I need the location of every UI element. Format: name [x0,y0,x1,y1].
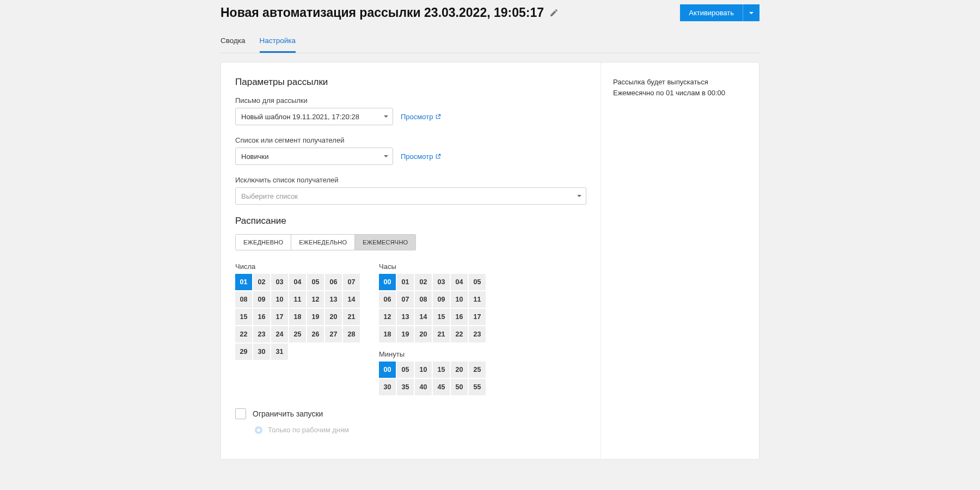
day-cell-07[interactable]: 07 [343,274,360,290]
exclude-label: Исключить список получателей [235,176,586,184]
hour-cell-00[interactable]: 00 [379,274,396,290]
hour-cell-12[interactable]: 12 [379,309,396,325]
schedule-tab-weekly[interactable]: ЕЖЕНЕДЕЛЬНО [291,235,355,250]
day-cell-02[interactable]: 02 [253,274,270,290]
day-cell-03[interactable]: 03 [271,274,288,290]
day-cell-11[interactable]: 11 [289,291,306,308]
hour-cell-22[interactable]: 22 [451,326,468,342]
day-cell-23[interactable]: 23 [253,326,270,342]
params-heading: Параметры рассылки [235,77,586,88]
day-cell-17[interactable]: 17 [271,309,288,325]
minute-cell-10[interactable]: 10 [415,362,432,378]
hour-cell-10[interactable]: 10 [451,291,468,308]
day-cell-29[interactable]: 29 [235,344,252,360]
hour-cell-23[interactable]: 23 [469,326,486,342]
hours-label: Часы [379,262,489,271]
hour-cell-14[interactable]: 14 [415,309,432,325]
day-cell-14[interactable]: 14 [343,291,360,308]
hour-cell-01[interactable]: 01 [397,274,414,290]
preview-label: Просмотр [401,152,433,161]
recipients-select[interactable]: Новички [235,148,393,165]
hour-cell-02[interactable]: 02 [415,274,432,290]
minute-cell-20[interactable]: 20 [451,362,468,378]
day-cell-10[interactable]: 10 [271,291,288,308]
day-cell-26[interactable]: 26 [307,326,324,342]
minute-cell-40[interactable]: 40 [415,379,432,395]
summary-line-1: Рассылка будет выпускаться [613,77,747,88]
day-cell-22[interactable]: 22 [235,326,252,342]
recipients-preview-link[interactable]: Просмотр [401,152,441,161]
minute-cell-05[interactable]: 05 [397,362,414,378]
activate-button[interactable]: Активировать [680,4,743,21]
day-cell-05[interactable]: 05 [307,274,324,290]
day-cell-24[interactable]: 24 [271,326,288,342]
minutes-label: Минуты [379,350,489,358]
hour-cell-17[interactable]: 17 [469,309,486,325]
hour-cell-16[interactable]: 16 [451,309,468,325]
minute-cell-25[interactable]: 25 [469,362,486,378]
day-cell-20[interactable]: 20 [325,309,342,325]
exclude-select-placeholder: Выберите список [241,192,298,200]
template-select-value: Новый шаблон 19.11.2021, 17:20:28 [241,113,359,121]
hour-cell-20[interactable]: 20 [415,326,432,342]
hour-cell-06[interactable]: 06 [379,291,396,308]
exclude-select[interactable]: Выберите список [235,187,586,205]
minutes-grid: 000510152025303540455055 [379,362,489,395]
schedule-heading: Расписание [235,216,586,226]
day-cell-16[interactable]: 16 [253,309,270,325]
hour-cell-15[interactable]: 15 [433,309,450,325]
hour-cell-05[interactable]: 05 [469,274,486,290]
day-cell-19[interactable]: 19 [307,309,324,325]
hour-cell-04[interactable]: 04 [451,274,468,290]
preview-label: Просмотр [401,113,433,121]
hour-cell-09[interactable]: 09 [433,291,450,308]
minute-cell-00[interactable]: 00 [379,362,396,378]
hour-cell-18[interactable]: 18 [379,326,396,342]
minute-cell-35[interactable]: 35 [397,379,414,395]
limit-launches-label: Ограничить запуски [253,409,323,418]
day-cell-08[interactable]: 08 [235,291,252,308]
day-cell-09[interactable]: 09 [253,291,270,308]
schedule-tab-daily[interactable]: ЕЖЕДНЕВНО [236,235,291,250]
day-cell-12[interactable]: 12 [307,291,324,308]
workdays-only-radio [255,426,262,434]
day-cell-06[interactable]: 06 [325,274,342,290]
recipients-select-value: Новички [241,152,269,161]
hour-cell-19[interactable]: 19 [397,326,414,342]
day-cell-28[interactable]: 28 [343,326,360,342]
days-grid: 0102030405060708091011121314151617181920… [235,274,364,360]
hour-cell-08[interactable]: 08 [415,291,432,308]
template-preview-link[interactable]: Просмотр [401,113,441,121]
workdays-only-label: Только по рабочим дням [268,426,349,434]
day-cell-13[interactable]: 13 [325,291,342,308]
limit-launches-checkbox[interactable] [235,408,246,419]
hour-cell-21[interactable]: 21 [433,326,450,342]
minute-cell-15[interactable]: 15 [433,362,450,378]
day-cell-30[interactable]: 30 [253,344,270,360]
minute-cell-50[interactable]: 50 [451,379,468,395]
edit-icon[interactable] [549,8,559,17]
day-cell-01[interactable]: 01 [235,274,252,290]
hour-cell-07[interactable]: 07 [397,291,414,308]
day-cell-25[interactable]: 25 [289,326,306,342]
page-title: Новая автоматизация рассылки 23.03.2022,… [220,5,544,20]
tab-settings[interactable]: Настройка [260,31,296,53]
schedule-tab-monthly[interactable]: ЕЖЕМЕСЯЧНО [355,235,415,250]
minute-cell-30[interactable]: 30 [379,379,396,395]
activate-more-button[interactable] [743,4,759,21]
hour-cell-13[interactable]: 13 [397,309,414,325]
day-cell-04[interactable]: 04 [289,274,306,290]
day-cell-31[interactable]: 31 [271,344,288,360]
tab-summary[interactable]: Сводка [220,31,246,53]
template-select[interactable]: Новый шаблон 19.11.2021, 17:20:28 [235,108,393,125]
hour-cell-03[interactable]: 03 [433,274,450,290]
hour-cell-11[interactable]: 11 [469,291,486,308]
minute-cell-45[interactable]: 45 [433,379,450,395]
recipients-label: Список или сегмент получателей [235,136,586,144]
day-cell-21[interactable]: 21 [343,309,360,325]
day-cell-15[interactable]: 15 [235,309,252,325]
minute-cell-55[interactable]: 55 [469,379,486,395]
day-cell-27[interactable]: 27 [325,326,342,342]
days-label: Числа [235,262,364,271]
day-cell-18[interactable]: 18 [289,309,306,325]
